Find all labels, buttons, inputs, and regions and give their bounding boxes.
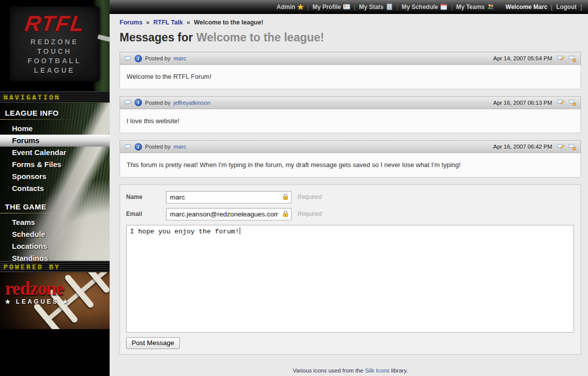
my-profile-label: My Profile [312,3,341,10]
name-row: Name Required [126,191,577,203]
message-header: Posted by marc Apr 16, 2007 06:42 PM [120,140,581,153]
comment-edit-icon[interactable] [557,99,565,106]
author-link[interactable]: jeffreyatkinson [173,100,210,106]
message-card: Posted by jeffreyatkinson Apr 16, 2007 0… [120,96,581,134]
name-input[interactable] [166,191,292,203]
author-link[interactable]: marc [173,144,186,150]
message-body: Welcome to the RTFL Forum! [120,65,581,89]
sidebar-filler [0,329,110,376]
post-date: Apr 14, 2007 05:54 PM [493,55,554,61]
comment-delete-icon[interactable] [568,99,577,106]
message-body: This forum is pretty neat! When I'm typi… [120,153,581,178]
name-input-wrap [166,191,292,203]
page: RTFL REDZONE TOUCH FOOTBALL LEAGUE NAVIG… [0,0,588,376]
main-area: Admin ★ | My Profile | My Stats | My Sch… [110,0,588,376]
sidebar-item-forms-files[interactable]: Forms & Files [0,159,110,171]
football-banner: redzone ★ LEAGUES ★ [0,272,110,329]
required-label: Required [297,193,322,200]
section-divider [0,213,110,213]
breadcrumb-separator: » [146,19,149,26]
rtfl-logo-line: FOOTBALL [27,56,81,66]
info-icon[interactable] [135,143,142,151]
topbar: Admin ★ | My Profile | My Stats | My Sch… [110,0,588,14]
sidebar-item-forums[interactable]: Forums [0,135,110,147]
redzone-logo-sub: ★ LEAGUES ★ [5,298,70,305]
breadcrumb-rtfl-talk[interactable]: RTFL Talk [153,19,183,26]
message-card: Posted by marc Apr 14, 2007 05:54 PM Wel… [120,52,581,89]
comment-edit-icon[interactable] [557,55,565,62]
sidebar-item-event-calendar[interactable]: Event Calendar [0,147,110,159]
powered-by-header: POWERED BY [0,261,110,272]
redzone-logo-name: redzone [5,279,70,298]
sidebar-item-sponsors[interactable]: Sponsors [0,171,110,183]
footer-text: library. [390,368,408,374]
silk-icons-link[interactable]: Silk Icons [365,368,389,374]
my-stats-link[interactable]: My Stats [359,3,393,10]
footer: Various icons used from the Silk Icons l… [120,368,581,376]
admin-label: Admin [277,3,295,10]
email-label: Email [126,210,166,217]
my-schedule-link[interactable]: My Schedule [402,3,447,10]
message-textarea[interactable]: I hope you enjoy the forum! [126,225,574,333]
author-link[interactable]: marc [173,55,186,61]
comment-delete-icon[interactable] [568,55,577,62]
sidebar-item-schedule[interactable]: Schedule [0,228,110,240]
section-title-league-info: LEAGUE INFO [0,106,110,119]
email-input[interactable] [166,208,292,220]
email-row: Email Required [126,208,577,220]
lock-icon [282,210,290,218]
required-label: Required [297,210,322,217]
admin-link[interactable]: Admin ★ [277,3,304,10]
bracket: [ [551,3,553,10]
separator: | [307,3,309,10]
page-title-prefix: Messages for [120,31,193,44]
redzone-leagues-logo[interactable]: redzone ★ LEAGUES ★ [5,279,70,305]
comment-delete-icon[interactable] [568,143,577,151]
my-profile-link[interactable]: My Profile [312,3,350,10]
my-stats-label: My Stats [359,3,383,10]
footer-line-icons: Various icons used from the Silk Icons l… [120,368,581,374]
breadcrumb-forums[interactable]: Forums [120,19,143,26]
separator: | [354,3,355,10]
info-icon[interactable] [135,55,142,62]
sidebar-item-contacts[interactable]: Contacts [0,183,110,194]
sidebar: RTFL REDZONE TOUCH FOOTBALL LEAGUE NAVIG… [0,0,110,376]
comment-icon [124,55,132,62]
sidebar-item-locations[interactable]: Locations [0,240,110,252]
rtfl-logo-line: REDZONE [30,37,78,47]
separator: | [397,3,398,10]
group-icon [487,3,494,10]
page-title-topic: Welcome to the league! [196,31,324,44]
breadcrumb-separator: » [187,19,190,26]
info-icon[interactable] [135,99,142,106]
comment-edit-icon[interactable] [557,143,565,151]
rtfl-logo[interactable]: RTFL REDZONE TOUCH FOOTBALL LEAGUE [9,6,100,81]
my-teams-label: My Teams [456,3,484,10]
post-date: Apr 16, 2007 06:13 PM [493,100,554,106]
section-divider [0,119,110,120]
comment-icon [124,99,132,106]
message-card: Posted by marc Apr 16, 2007 06:42 PM Thi… [120,140,581,178]
post-message-button[interactable]: Post Message [126,337,180,349]
welcome-text: Welcome Marc [506,3,548,10]
powered-by-label: POWERED BY [3,263,60,271]
breadcrumb-current: Welcome to the league! [194,19,263,26]
sidebar-menu: LEAGUE INFO Home Forums Event Calendar F… [0,103,110,261]
message-body: I love this website! [120,109,581,134]
my-schedule-label: My Schedule [402,3,438,10]
calculator-icon [386,3,393,10]
separator: | [451,3,452,10]
my-teams-link[interactable]: My Teams [456,3,494,10]
name-label: Name [126,193,166,200]
sidebar-item-home[interactable]: Home [0,123,110,135]
logout-link[interactable]: Logout [556,3,577,10]
rtfl-logo-acronym: RTFL [23,12,86,34]
posted-by-label: Posted by [145,100,170,106]
rtfl-logo-line: LEAGUE [34,66,75,75]
breadcrumb: Forums » RTFL Talk » Welcome to the leag… [120,19,581,26]
sidebar-item-teams[interactable]: Teams [0,216,110,228]
footer-text: Various icons used from the [293,368,365,374]
message-header: Posted by jeffreyatkinson Apr 16, 2007 0… [120,96,581,109]
star-icon: ★ [297,3,303,10]
section-title-the-game: THE GAME [0,199,110,213]
